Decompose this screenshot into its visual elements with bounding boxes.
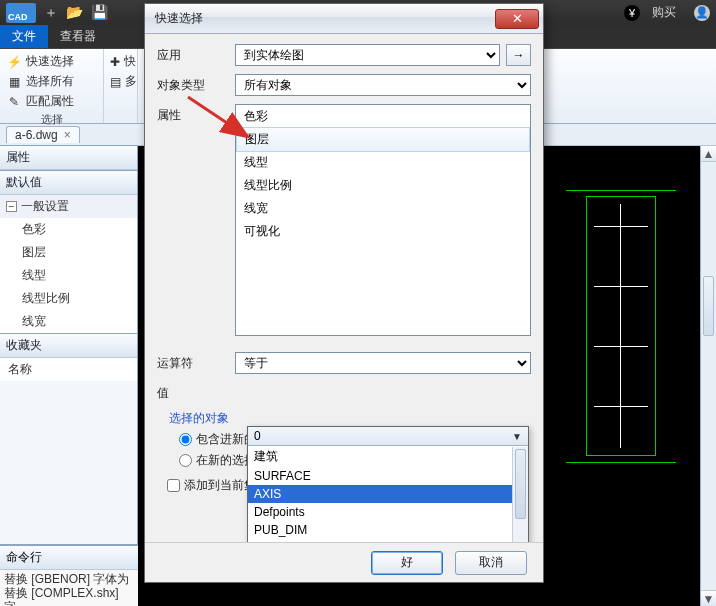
floor-plan — [586, 196, 656, 456]
properties-general[interactable]: −一般设置 — [0, 195, 137, 218]
value-label: 值 — [157, 382, 235, 402]
prop-row-linetype[interactable]: 线型 — [0, 264, 137, 287]
value-option[interactable]: PUB_DIM — [248, 521, 528, 539]
ribbon-quick-select-label: 快速选择 — [26, 53, 74, 70]
new-file-icon[interactable]: ＋ — [44, 4, 58, 22]
properties-panel: 属性 默认值 −一般设置 色彩 图层 线型 线型比例 线宽 收藏夹 名称 命令行… — [0, 146, 138, 606]
selectall-icon: ▦ — [6, 74, 22, 90]
scroll-down-icon[interactable]: ▼ — [701, 590, 716, 606]
radio-exclude[interactable] — [179, 454, 192, 467]
prop-item-lineweight[interactable]: 线宽 — [236, 197, 530, 220]
lightning-icon: ⚡ — [6, 54, 22, 70]
prop-item-visibility[interactable]: 可视化 — [236, 220, 530, 243]
obj-type-label: 对象类型 — [157, 74, 235, 94]
operator-label: 运算符 — [157, 352, 235, 372]
prop-row-color[interactable]: 色彩 — [0, 218, 137, 241]
value-current: 0 — [254, 429, 261, 443]
file-tab-label: a-6.dwg — [15, 128, 58, 142]
plus-icon: ✚ — [110, 54, 120, 70]
value-option[interactable]: 建筑 — [248, 446, 528, 467]
select-group-label: 选择的对象 — [169, 410, 531, 427]
ok-button[interactable]: 好 — [371, 551, 443, 575]
properties-label: 属性 — [157, 104, 235, 124]
cancel-button[interactable]: 取消 — [455, 551, 527, 575]
dialog-title: 快速选择 — [155, 10, 495, 27]
operator-select[interactable]: 等于 — [235, 352, 531, 374]
command-line-body[interactable]: 替换 [GBENOR] 字体为 替换 [COMPLEX.shx] 字 — [0, 570, 138, 606]
apply-pick-button[interactable]: → — [506, 44, 531, 66]
properties-title: 属性 — [0, 146, 137, 170]
save-file-icon[interactable]: 💾 — [91, 4, 108, 22]
favorites-name[interactable]: 名称 — [0, 358, 137, 381]
canvas-vscrollbar[interactable]: ▲ ▼ — [700, 146, 716, 606]
prop-item-linetype[interactable]: 线型 — [236, 151, 530, 174]
apply-label: 应用 — [157, 44, 235, 64]
scroll-up-icon[interactable]: ▲ — [701, 146, 716, 162]
quick-access-toolbar: ＋ 📂 💾 — [44, 4, 108, 22]
match-icon: ✎ — [6, 94, 22, 110]
ribbon-select-all[interactable]: ▦选择所有 — [6, 73, 97, 90]
ribbon-group-select: ⚡快速选择 ▦选择所有 ✎匹配属性 选择 — [0, 49, 104, 123]
properties-general-label: 一般设置 — [21, 199, 69, 213]
dropdown-scroll-thumb[interactable] — [515, 449, 526, 519]
tab-file[interactable]: 文件 — [0, 25, 48, 48]
prop-row-ltscale[interactable]: 线型比例 — [0, 287, 137, 310]
prop-item-ltscale[interactable]: 线型比例 — [236, 174, 530, 197]
file-tab-close-icon[interactable]: × — [64, 128, 71, 142]
chevron-down-icon: ▼ — [512, 431, 522, 442]
currency-icon: ¥ — [624, 5, 640, 21]
ribbon-select-all-label: 选择所有 — [26, 73, 74, 90]
obj-type-select[interactable]: 所有对象 — [235, 74, 531, 96]
prop-row-layer[interactable]: 图层 — [0, 241, 137, 264]
ribbon-multi-label: 多 — [125, 73, 137, 90]
quick-select-dialog: 快速选择 ✕ 应用 到实体绘图 → 对象类型 所有对象 属性 色彩 图层 线型 — [144, 3, 544, 583]
ribbon-group-caption: 选择 — [6, 112, 97, 127]
value-option[interactable]: Defpoints — [248, 503, 528, 521]
dialog-titlebar[interactable]: 快速选择 ✕ — [145, 4, 543, 34]
properties-default[interactable]: 默认值 — [0, 171, 137, 195]
ribbon-multi[interactable]: ▤多 — [110, 73, 131, 90]
dialog-close-button[interactable]: ✕ — [495, 9, 539, 29]
file-tab[interactable]: a-6.dwg × — [6, 126, 80, 143]
append-label: 添加到当前集 — [184, 477, 256, 494]
tab-viewer[interactable]: 查看器 — [48, 25, 108, 48]
properties-listbox[interactable]: 色彩 图层 线型 线型比例 线宽 可视化 — [235, 104, 531, 336]
value-dropdown-open: 0 ▼ 建筑SURFACEAXISDefpointsPUB_DIMAXIS_TE… — [247, 426, 529, 542]
value-option[interactable]: SURFACE — [248, 467, 528, 485]
value-dropdown-header[interactable]: 0 ▼ — [248, 427, 528, 446]
favorites-header[interactable]: 收藏夹 — [0, 334, 137, 358]
ribbon-quick2-label: 快 — [124, 53, 136, 70]
dialog-body: 应用 到实体绘图 → 对象类型 所有对象 属性 色彩 图层 线型 线型比例 线宽 — [145, 34, 543, 542]
cmd-line-2: 替换 [COMPLEX.shx] 字 — [4, 586, 134, 606]
buy-link[interactable]: 购买 — [652, 4, 676, 21]
grid-icon: ▤ — [110, 74, 121, 90]
ribbon-group-extra: ✚快 ▤多 — [104, 49, 138, 123]
user-icon[interactable]: 👤 — [694, 5, 710, 21]
scroll-thumb[interactable] — [703, 276, 714, 336]
prop-row-lineweight[interactable]: 线宽 — [0, 310, 137, 333]
app-icon: CAD — [6, 3, 36, 23]
command-line-panel: 命令行 替换 [GBENOR] 字体为 替换 [COMPLEX.shx] 字 — [0, 544, 138, 606]
value-option[interactable]: AXIS_TEXT — [248, 539, 528, 542]
apply-select[interactable]: 到实体绘图 — [235, 44, 500, 66]
value-option[interactable]: AXIS — [248, 485, 528, 503]
ribbon-match-props-label: 匹配属性 — [26, 93, 74, 110]
cmd-line-1: 替换 [GBENOR] 字体为 — [4, 572, 134, 586]
prop-item-color[interactable]: 色彩 — [236, 105, 530, 128]
ribbon-quick2[interactable]: ✚快 — [110, 53, 131, 70]
radio-include[interactable] — [179, 433, 192, 446]
tree-collapse-icon[interactable]: − — [6, 201, 17, 212]
append-checkbox[interactable] — [167, 479, 180, 492]
open-file-icon[interactable]: 📂 — [66, 4, 83, 22]
ribbon-quick-select[interactable]: ⚡快速选择 — [6, 53, 97, 70]
dropdown-scrollbar[interactable] — [512, 447, 528, 542]
prop-item-layer[interactable]: 图层 — [236, 127, 530, 152]
command-line-title: 命令行 — [0, 545, 138, 570]
dialog-buttons: 好 取消 — [145, 542, 543, 582]
ribbon-match-props[interactable]: ✎匹配属性 — [6, 93, 97, 110]
